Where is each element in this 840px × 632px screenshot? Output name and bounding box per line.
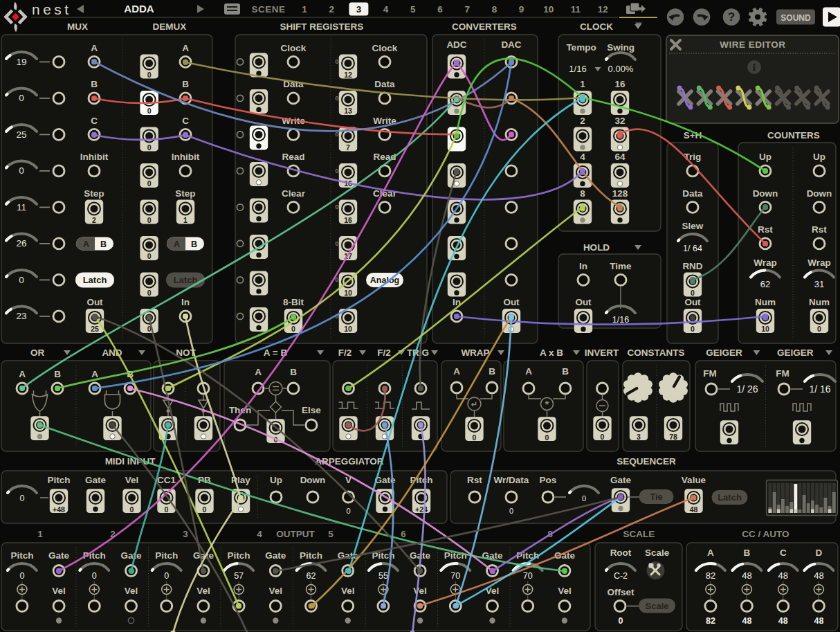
svg-text:B: B [191, 240, 197, 249]
svg-text:48: 48 [814, 570, 823, 581]
svg-text:Gate: Gate [120, 550, 142, 561]
svg-text:1: 1 [302, 4, 307, 15]
svg-text:0: 0 [509, 507, 513, 515]
svg-text:Gate: Gate [610, 475, 632, 485]
svg-text:B: B [562, 366, 569, 377]
svg-text:6: 6 [437, 4, 443, 15]
svg-text:B: B [100, 240, 107, 249]
svg-text:0: 0 [335, 203, 338, 210]
svg-text:0: 0 [203, 505, 207, 514]
svg-text:A: A [525, 366, 532, 377]
svg-text:Num: Num [809, 297, 830, 307]
svg-text:CLOCK: CLOCK [580, 21, 613, 32]
svg-text:48: 48 [814, 616, 823, 626]
svg-text:11: 11 [571, 4, 581, 15]
svg-text:Scale: Scale [645, 548, 670, 558]
svg-text:0: 0 [164, 571, 169, 581]
svg-text:INVERT: INVERT [585, 347, 619, 358]
svg-text:70: 70 [523, 571, 533, 581]
svg-text:Trig: Trig [684, 152, 702, 162]
svg-text:0: 0 [582, 494, 586, 503]
svg-text:?: ? [728, 10, 735, 24]
svg-text:Step: Step [175, 188, 195, 199]
svg-text:WRAP: WRAP [461, 347, 489, 358]
svg-text:CONVERTERS: CONVERTERS [452, 21, 517, 32]
svg-text:A: A [182, 43, 189, 53]
svg-text:CC / AUTO: CC / AUTO [742, 529, 789, 539]
svg-text:Rst: Rst [812, 224, 827, 235]
svg-text:1/16: 1/16 [612, 315, 629, 325]
svg-text:0: 0 [147, 107, 152, 115]
svg-text:SEQUENCER: SEQUENCER [617, 456, 676, 467]
svg-text:Clock: Clock [281, 43, 307, 53]
svg-text:MUX: MUX [67, 21, 88, 32]
svg-text:25: 25 [16, 129, 26, 140]
svg-text:HOLD: HOLD [583, 242, 610, 253]
svg-text:1: 1 [580, 79, 585, 89]
svg-text:Data: Data [374, 79, 395, 89]
svg-text:GEIGER: GEIGER [777, 347, 814, 358]
svg-text:SOUND: SOUND [780, 13, 811, 23]
svg-text:Down: Down [753, 188, 778, 199]
svg-text:4: 4 [257, 529, 262, 539]
svg-text:0: 0 [20, 494, 25, 503]
svg-text:Read: Read [282, 152, 304, 162]
svg-text:Pitch: Pitch [516, 550, 539, 561]
svg-text:16: 16 [614, 79, 626, 89]
svg-text:0: 0 [147, 289, 152, 297]
svg-text:Tempo: Tempo [566, 42, 596, 53]
svg-text:ADC: ADC [446, 39, 466, 50]
svg-text:Rst: Rst [467, 475, 482, 485]
svg-text:5: 5 [328, 529, 334, 539]
svg-text:Gate: Gate [85, 475, 107, 485]
svg-text:4: 4 [580, 152, 585, 162]
svg-text:Down: Down [300, 475, 326, 485]
svg-text:12: 12 [598, 4, 608, 15]
svg-text:0: 0 [817, 325, 821, 333]
svg-text:Latch: Latch [174, 275, 198, 285]
svg-text:2: 2 [580, 116, 585, 126]
svg-text:0: 0 [619, 616, 623, 626]
svg-text:A: A [453, 366, 460, 377]
svg-text:SCALE: SCALE [623, 529, 655, 539]
svg-text:A x B: A x B [540, 347, 563, 358]
svg-text:Up: Up [759, 152, 771, 162]
svg-text:48: 48 [742, 570, 751, 581]
svg-text:0: 0 [335, 94, 338, 102]
svg-text:0: 0 [335, 240, 338, 247]
svg-text:Rst: Rst [758, 224, 773, 235]
svg-text:B: B [290, 367, 297, 377]
svg-text:Swing: Swing [607, 42, 634, 53]
svg-text:A: A [83, 240, 89, 249]
svg-text:Time: Time [610, 261, 632, 271]
svg-text:0: 0 [691, 325, 695, 333]
svg-text:In: In [181, 297, 190, 307]
svg-text:CONSTANTS: CONSTANTS [628, 347, 685, 358]
svg-text:A: A [91, 369, 98, 379]
svg-text:3: 3 [356, 4, 362, 15]
svg-text:32: 32 [614, 116, 625, 126]
svg-text:0: 0 [19, 93, 24, 103]
svg-text:Clear: Clear [282, 188, 306, 199]
svg-text:In: In [579, 261, 587, 271]
svg-text:F/2: F/2 [377, 347, 391, 358]
svg-text:Out: Out [86, 297, 103, 307]
svg-text:26: 26 [16, 238, 26, 249]
svg-text:2: 2 [92, 216, 96, 224]
svg-text:B: B [182, 79, 189, 89]
svg-text:0.00%: 0.00% [608, 64, 634, 74]
svg-text:B: B [54, 369, 61, 379]
svg-text:16: 16 [344, 216, 352, 224]
svg-text:RND: RND [682, 261, 702, 271]
svg-text:3: 3 [183, 529, 188, 539]
svg-text:C: C [780, 548, 787, 558]
svg-text:8-Bit: 8-Bit [283, 297, 304, 307]
svg-text:FM: FM [703, 368, 717, 379]
svg-text:0: 0 [545, 433, 549, 442]
svg-text:Wr/Data: Wr/Data [494, 475, 529, 485]
svg-text:1: 1 [183, 216, 188, 224]
svg-text:Latch: Latch [718, 492, 742, 503]
svg-text:48: 48 [690, 505, 698, 514]
svg-text:10: 10 [344, 325, 352, 333]
svg-text:62: 62 [307, 571, 316, 581]
